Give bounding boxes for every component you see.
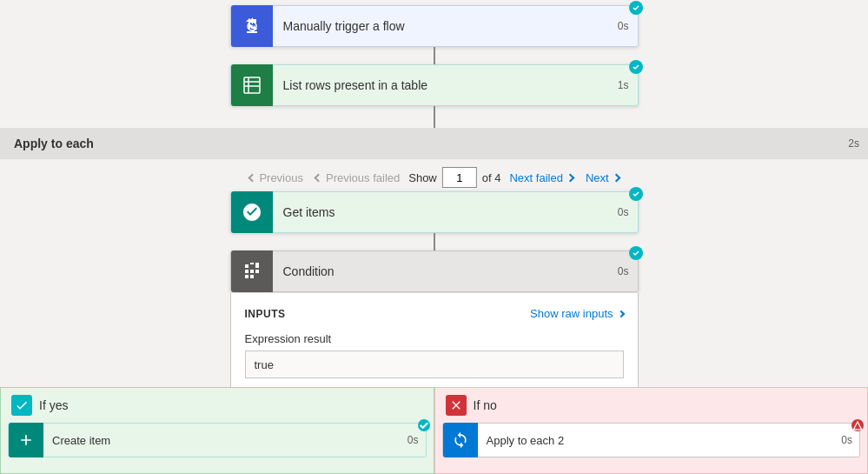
create-item-step[interactable]: Create item 0s bbox=[8, 423, 427, 457]
condition-step[interactable]: Condition 0s bbox=[230, 250, 639, 292]
apply-to-each-duration: 2s bbox=[839, 128, 868, 159]
trigger-step[interactable]: Manually trigger a flow 0s bbox=[230, 5, 639, 47]
list-rows-step[interactable]: List rows present in a table 1s bbox=[230, 64, 639, 106]
list-rows-label: List rows present in a table bbox=[273, 78, 609, 92]
condition-success-badge bbox=[629, 246, 643, 260]
pagination-bar: Previous Previous failed Show of 4 Next … bbox=[245, 167, 622, 188]
get-items-step[interactable]: Get items 0s bbox=[230, 191, 639, 233]
create-item-label: Create item bbox=[43, 434, 401, 447]
condition-duration: 0s bbox=[609, 265, 638, 277]
branch-no-header: If no bbox=[435, 388, 868, 423]
trigger-success-badge bbox=[629, 1, 643, 15]
branch-no-icon bbox=[446, 395, 467, 416]
previous-failed-button[interactable]: Previous failed bbox=[312, 170, 403, 186]
apply-to-each-2-icon bbox=[443, 423, 478, 457]
trigger-icon bbox=[231, 5, 273, 47]
get-items-duration: 0s bbox=[609, 206, 638, 218]
branch-yes-header: If yes bbox=[1, 388, 434, 423]
expression-result-value: true bbox=[245, 350, 624, 378]
apply-to-each-2-step[interactable]: Apply to each 2 0s bbox=[442, 423, 861, 457]
trigger-label: Manually trigger a flow bbox=[273, 19, 609, 33]
expression-result-label: Expression result bbox=[245, 332, 624, 345]
list-rows-duration: 1s bbox=[609, 79, 638, 91]
create-item-icon bbox=[9, 423, 43, 457]
branch-container: If yes Create item 0s bbox=[0, 387, 868, 474]
svg-rect-0 bbox=[247, 31, 257, 33]
inputs-panel: INPUTS Show raw inputs Expression result… bbox=[230, 293, 639, 393]
total-label: of 4 bbox=[482, 171, 501, 184]
apply-to-each-2-duration: 0s bbox=[834, 434, 859, 446]
show-raw-inputs-button[interactable]: Show raw inputs bbox=[530, 307, 623, 320]
condition-icon bbox=[231, 250, 273, 292]
branch-yes-icon bbox=[11, 395, 32, 416]
create-item-duration: 0s bbox=[401, 434, 426, 446]
page-input[interactable] bbox=[442, 167, 477, 188]
show-label: Show bbox=[408, 171, 437, 184]
list-rows-icon bbox=[231, 64, 273, 106]
get-items-icon bbox=[231, 191, 273, 233]
next-button[interactable]: Next bbox=[582, 170, 623, 186]
previous-button[interactable]: Previous bbox=[245, 170, 307, 186]
inputs-title: INPUTS bbox=[245, 308, 286, 320]
apply-to-each-2-label: Apply to each 2 bbox=[478, 434, 835, 447]
create-item-success-badge bbox=[418, 419, 430, 431]
condition-label: Condition bbox=[273, 264, 609, 278]
get-items-label: Get items bbox=[273, 205, 609, 219]
list-rows-success-badge bbox=[629, 60, 643, 74]
apply-to-each-banner[interactable]: Apply to each 2s bbox=[0, 128, 868, 159]
apply-to-each-2-error-badge bbox=[851, 419, 864, 431]
branch-yes-label: If yes bbox=[39, 398, 68, 412]
trigger-duration: 0s bbox=[609, 20, 638, 32]
next-failed-button[interactable]: Next failed bbox=[506, 170, 576, 186]
branch-no: If no Apply to each 2 0s bbox=[434, 387, 869, 474]
get-items-success-badge bbox=[629, 187, 643, 201]
apply-to-each-label: Apply to each bbox=[14, 137, 94, 150]
branch-yes: If yes Create item 0s bbox=[0, 387, 434, 474]
svg-rect-2 bbox=[244, 77, 260, 93]
branch-no-label: If no bbox=[474, 398, 497, 412]
